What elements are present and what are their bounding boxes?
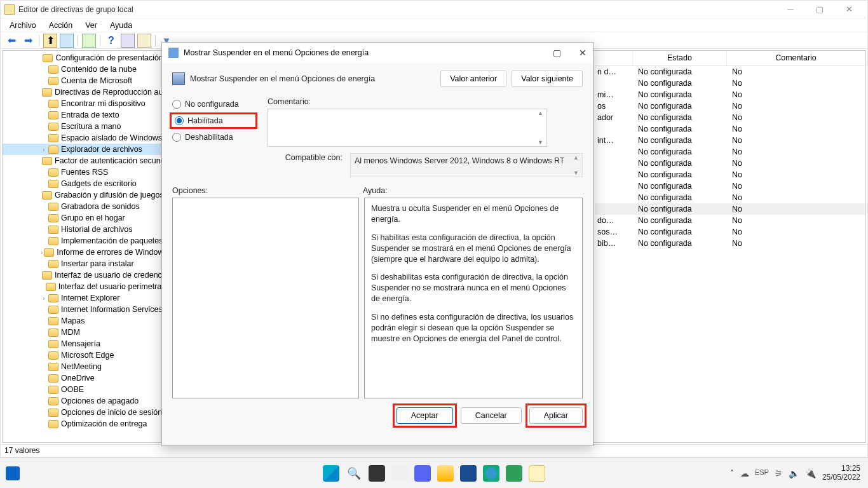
maximize-button[interactable]: ▢ — [805, 1, 834, 18]
onedrive-icon[interactable]: ☁ — [740, 468, 749, 478]
options-pane[interactable] — [172, 198, 359, 398]
menu-action[interactable]: Acción — [44, 20, 78, 31]
tree-item[interactable]: ›Informe de errores de Windows — [3, 247, 163, 258]
radio-not-configured[interactable]: No configurada — [172, 100, 255, 109]
language-icon[interactable]: ESP — [755, 468, 769, 478]
tree-item[interactable]: Insertar para instalar — [3, 258, 163, 269]
tree-item[interactable]: Factor de autenticación secundario — [3, 155, 163, 166]
menu-file[interactable]: Archivo — [4, 20, 41, 31]
properties-button[interactable] — [121, 34, 135, 48]
tree-item[interactable]: Entrada de texto — [3, 109, 163, 121]
tree-pane[interactable]: Configuración de presentaciónContenido d… — [3, 51, 164, 442]
back-button[interactable]: ⬅ — [4, 34, 18, 48]
column-state[interactable]: Estado — [633, 51, 727, 65]
taskbar-app-button[interactable] — [391, 465, 408, 482]
list-row[interactable]: No configuradaNo — [595, 146, 865, 158]
ok-button[interactable]: Aceptar — [397, 407, 453, 424]
tree-item[interactable]: Opciones de inicio de sesión — [3, 407, 163, 418]
tree-item[interactable]: Gadgets de escritorio — [3, 178, 163, 189]
minimize-button[interactable]: ─ — [776, 1, 805, 18]
list-row[interactable]: No configuradaNo — [595, 123, 865, 135]
tray-chevron-icon[interactable]: ˄ — [730, 469, 734, 478]
tree-item[interactable]: Interfaz del usuario perimetral — [3, 281, 163, 292]
tree-item[interactable]: Internet Information Services — [3, 304, 163, 315]
tree-item[interactable]: Contenido de la nube — [3, 64, 163, 75]
tree-item[interactable]: Mapas — [3, 315, 163, 327]
tree-item[interactable]: Implementación de paquetes — [3, 235, 163, 247]
list-row[interactable]: No configuradaNo — [595, 78, 865, 89]
store-button[interactable] — [460, 465, 477, 482]
list-row[interactable]: n d…No configuradaNo — [595, 66, 865, 78]
tree-item[interactable]: Optimización de entrega — [3, 418, 163, 430]
list-row[interactable]: do…No configuradaNo — [595, 215, 865, 226]
tree-item[interactable]: Mensajería — [3, 338, 163, 349]
previous-setting-button[interactable]: Valor anterior — [440, 71, 506, 87]
apply-button[interactable]: Aplicar — [529, 407, 583, 424]
search-button[interactable]: 🔍 — [346, 465, 362, 482]
up-button[interactable]: ⬆ — [43, 34, 57, 48]
list-row[interactable]: No configuradaNo — [595, 203, 865, 215]
list-row[interactable]: No configuradaNo — [595, 158, 865, 169]
tree-item[interactable]: Opciones de apagado — [3, 395, 163, 407]
comment-textarea[interactable]: ▲▼ — [268, 109, 547, 147]
help-pane[interactable]: Muestra u oculta Suspender en el menú Op… — [364, 198, 583, 398]
tree-item[interactable]: Cuenta de Microsoft — [3, 75, 163, 86]
export-button[interactable] — [82, 34, 96, 48]
tree-item[interactable]: Grabadora de sonidos — [3, 201, 163, 212]
close-button[interactable]: ✕ — [834, 1, 864, 18]
radio-disabled[interactable]: Deshabilitada — [172, 133, 255, 142]
list-row[interactable]: int…No configuradaNo — [595, 135, 865, 146]
column-comment[interactable]: Comentario — [727, 51, 865, 65]
menu-help[interactable]: Ayuda — [105, 20, 137, 31]
tree-item[interactable]: ›Internet Explorer — [3, 292, 163, 304]
file-explorer-button[interactable] — [437, 465, 454, 482]
tree-item[interactable]: Encontrar mi dispositivo — [3, 98, 163, 109]
list-row[interactable]: No configuradaNo — [595, 192, 865, 203]
menu-view[interactable]: Ver — [80, 20, 102, 31]
volume-icon[interactable]: 🔈 — [789, 468, 799, 478]
chat-button[interactable] — [414, 465, 431, 482]
list-row[interactable]: bib…No configuradaNo — [595, 238, 865, 249]
app-button[interactable] — [506, 465, 522, 482]
tree-item[interactable]: ›Explorador de archivos — [3, 144, 163, 155]
wifi-icon[interactable]: ⚞ — [775, 468, 783, 478]
tree-item[interactable]: Microsoft Edge — [3, 349, 163, 361]
tree-item[interactable]: Interfaz de usuario de credenciales — [3, 269, 163, 281]
tree-item[interactable]: OneDrive — [3, 372, 163, 384]
tree-item[interactable]: Grabación y difusión de juegos — [3, 189, 163, 201]
show-hide-tree-button[interactable] — [60, 34, 74, 48]
list-row[interactable]: No configuradaNo — [595, 180, 865, 192]
edge-button[interactable] — [483, 465, 499, 482]
notepad-button[interactable] — [529, 465, 545, 482]
tree-item[interactable]: Espacio aislado de Windows — [3, 132, 163, 144]
battery-icon[interactable]: 🔌 — [805, 468, 816, 478]
dialog-close-button[interactable]: ✕ — [579, 48, 587, 58]
tree-item[interactable]: NetMeeting — [3, 361, 163, 372]
list-row[interactable]: mi…No configuradaNo — [595, 89, 865, 100]
clock[interactable]: 13:25 25/05/2022 — [822, 464, 860, 482]
dialog-maximize-button[interactable]: ▢ — [553, 48, 561, 58]
tree-item[interactable]: Configuración de presentación — [3, 52, 163, 64]
tree-item[interactable]: Historial de archivos — [3, 224, 163, 235]
list-row[interactable]: adorNo configuradaNo — [595, 112, 865, 123]
list-button[interactable] — [137, 34, 151, 48]
list-row[interactable]: osNo configuradaNo — [595, 100, 865, 112]
column-name-stub[interactable] — [595, 51, 633, 65]
widgets-button[interactable] — [6, 466, 20, 480]
forward-button[interactable]: ➡ — [21, 34, 35, 48]
tree-item[interactable]: Grupo en el hogar — [3, 212, 163, 224]
tree-item[interactable]: MDM — [3, 327, 163, 338]
tree-item[interactable]: OOBE — [3, 384, 163, 395]
folder-icon — [48, 340, 58, 348]
radio-enabled[interactable]: Habilitada — [175, 116, 223, 125]
help-button[interactable]: ? — [104, 34, 118, 48]
list-row[interactable]: No configuradaNo — [595, 169, 865, 180]
task-view-button[interactable] — [369, 465, 385, 482]
next-setting-button[interactable]: Valor siguiente — [512, 71, 583, 87]
list-row[interactable]: sos…No configuradaNo — [595, 226, 865, 238]
start-button[interactable] — [323, 465, 339, 482]
tree-item[interactable]: Directivas de Reproducción automática — [3, 86, 163, 98]
tree-item[interactable]: Escritura a mano — [3, 121, 163, 132]
tree-item[interactable]: Fuentes RSS — [3, 166, 163, 178]
cancel-button[interactable]: Cancelar — [461, 407, 522, 424]
